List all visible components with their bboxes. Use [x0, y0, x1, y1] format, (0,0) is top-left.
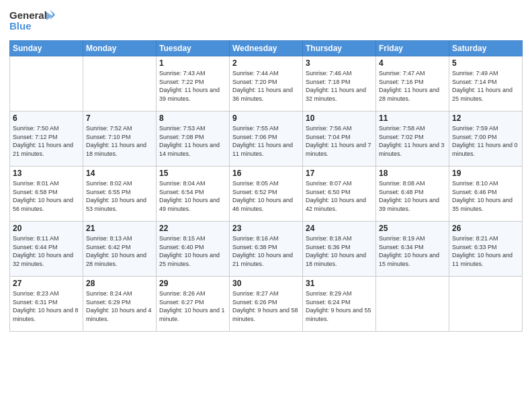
calendar-cell: 27Sunrise: 8:23 AMSunset: 6:31 PMDayligh…: [10, 277, 83, 332]
sunset-text: Sunset: 6:27 PM: [159, 298, 226, 307]
sunset-text: Sunset: 7:04 PM: [306, 133, 373, 142]
daylight-text: Daylight: 10 hours and 32 minutes.: [13, 251, 80, 268]
day-number: 24: [306, 224, 373, 233]
day-number: 1: [159, 58, 226, 68]
daylight-text: Daylight: 11 hours and 28 minutes.: [379, 86, 446, 103]
day-info: Sunrise: 8:19 AMSunset: 6:34 PMDaylight:…: [379, 234, 446, 268]
sunset-text: Sunset: 6:33 PM: [452, 243, 519, 252]
calendar-cell: 21Sunrise: 8:13 AMSunset: 6:42 PMDayligh…: [83, 222, 157, 277]
day-info: Sunrise: 8:10 AMSunset: 6:46 PMDaylight:…: [452, 179, 519, 213]
calendar-cell: 10Sunrise: 7:56 AMSunset: 7:04 PMDayligh…: [303, 111, 376, 167]
weekday-tuesday: Tuesday: [157, 41, 230, 56]
day-info: Sunrise: 8:29 AMSunset: 6:24 PMDaylight:…: [306, 289, 373, 323]
daylight-text: Daylight: 10 hours and 46 minutes.: [232, 196, 300, 213]
daylight-text: Daylight: 10 hours and 39 minutes.: [379, 196, 446, 213]
day-number: 12: [452, 113, 519, 123]
day-info: Sunrise: 8:26 AMSunset: 6:27 PMDaylight:…: [159, 289, 226, 323]
sunrise-text: Sunrise: 8:04 AM: [159, 179, 226, 188]
daylight-text: Daylight: 10 hours and 49 minutes.: [159, 196, 226, 213]
sunset-text: Sunset: 6:36 PM: [306, 243, 373, 252]
day-info: Sunrise: 8:21 AMSunset: 6:33 PMDaylight:…: [452, 234, 519, 268]
daylight-text: Daylight: 11 hours and 39 minutes.: [159, 86, 226, 103]
sunrise-text: Sunrise: 8:07 AM: [306, 179, 373, 188]
sunset-text: Sunset: 6:58 PM: [13, 188, 80, 197]
sunrise-text: Sunrise: 8:02 AM: [86, 179, 153, 188]
sunrise-text: Sunrise: 7:50 AM: [13, 124, 80, 133]
sunset-text: Sunset: 7:14 PM: [452, 78, 519, 87]
daylight-text: Daylight: 9 hours and 55 minutes.: [306, 306, 373, 323]
sunrise-text: Sunrise: 8:21 AM: [452, 234, 519, 243]
day-info: Sunrise: 8:01 AMSunset: 6:58 PMDaylight:…: [13, 179, 80, 213]
day-info: Sunrise: 7:53 AMSunset: 7:08 PMDaylight:…: [159, 124, 226, 158]
daylight-text: Daylight: 10 hours and 28 minutes.: [86, 251, 153, 268]
sunrise-text: Sunrise: 8:24 AM: [86, 289, 153, 298]
day-number: 3: [306, 58, 373, 68]
daylight-text: Daylight: 10 hours and 42 minutes.: [306, 196, 373, 213]
calendar-cell: 4Sunrise: 7:47 AMSunset: 7:16 PMDaylight…: [376, 56, 449, 111]
day-number: 29: [159, 279, 226, 288]
sunset-text: Sunset: 7:16 PM: [379, 78, 446, 87]
calendar-cell: 7Sunrise: 7:52 AMSunset: 7:10 PMDaylight…: [83, 111, 157, 167]
day-number: 11: [379, 113, 446, 123]
daylight-text: Daylight: 10 hours and 21 minutes.: [232, 251, 300, 268]
sunrise-text: Sunrise: 7:49 AM: [452, 69, 519, 78]
sunset-text: Sunset: 6:50 PM: [306, 188, 373, 197]
day-info: Sunrise: 8:23 AMSunset: 6:31 PMDaylight:…: [13, 289, 80, 323]
day-number: 28: [86, 279, 153, 288]
sunrise-text: Sunrise: 7:53 AM: [159, 124, 226, 133]
calendar-cell: 31Sunrise: 8:29 AMSunset: 6:24 PMDayligh…: [303, 277, 376, 332]
calendar-cell: 24Sunrise: 8:18 AMSunset: 6:36 PMDayligh…: [303, 222, 376, 277]
day-info: Sunrise: 7:59 AMSunset: 7:00 PMDaylight:…: [452, 124, 519, 158]
sunrise-text: Sunrise: 7:44 AM: [232, 69, 300, 78]
calendar-cell: 14Sunrise: 8:02 AMSunset: 6:55 PMDayligh…: [83, 167, 157, 222]
calendar-cell: 23Sunrise: 8:16 AMSunset: 6:38 PMDayligh…: [230, 222, 303, 277]
day-number: 17: [306, 169, 373, 178]
sunrise-text: Sunrise: 8:11 AM: [13, 234, 80, 243]
sunset-text: Sunset: 7:08 PM: [159, 133, 226, 142]
calendar-cell: 5Sunrise: 7:49 AMSunset: 7:14 PMDaylight…: [449, 56, 523, 111]
sunset-text: Sunset: 6:38 PM: [232, 243, 300, 252]
day-number: 10: [306, 113, 373, 123]
calendar-cell: 29Sunrise: 8:26 AMSunset: 6:27 PMDayligh…: [157, 277, 230, 332]
sunrise-text: Sunrise: 7:58 AM: [379, 124, 446, 133]
svg-text:General: General: [9, 9, 47, 21]
daylight-text: Daylight: 10 hours and 15 minutes.: [379, 251, 446, 268]
weekday-monday: Monday: [83, 41, 157, 56]
sunset-text: Sunset: 7:18 PM: [306, 78, 373, 87]
calendar-cell: 26Sunrise: 8:21 AMSunset: 6:33 PMDayligh…: [449, 222, 523, 277]
day-info: Sunrise: 7:44 AMSunset: 7:20 PMDaylight:…: [232, 69, 300, 103]
day-number: 9: [232, 113, 300, 123]
sunrise-text: Sunrise: 8:27 AM: [232, 289, 300, 298]
day-info: Sunrise: 8:16 AMSunset: 6:38 PMDaylight:…: [232, 234, 300, 268]
daylight-text: Daylight: 11 hours and 11 minutes.: [232, 141, 300, 158]
sunrise-text: Sunrise: 7:52 AM: [86, 124, 153, 133]
day-info: Sunrise: 7:46 AMSunset: 7:18 PMDaylight:…: [306, 69, 373, 103]
calendar-cell: 1Sunrise: 7:43 AMSunset: 7:22 PMDaylight…: [157, 56, 230, 111]
day-info: Sunrise: 8:02 AMSunset: 6:55 PMDaylight:…: [86, 179, 153, 213]
svg-text:Blue: Blue: [9, 20, 32, 32]
sunset-text: Sunset: 6:46 PM: [452, 188, 519, 197]
sunset-text: Sunset: 6:42 PM: [86, 243, 153, 252]
day-number: 5: [452, 58, 519, 68]
calendar-cell: 2Sunrise: 7:44 AMSunset: 7:20 PMDaylight…: [230, 56, 303, 111]
day-number: 25: [379, 224, 446, 233]
calendar-cell: 30Sunrise: 8:27 AMSunset: 6:26 PMDayligh…: [230, 277, 303, 332]
day-info: Sunrise: 7:52 AMSunset: 7:10 PMDaylight:…: [86, 124, 153, 158]
sunrise-text: Sunrise: 7:56 AM: [306, 124, 373, 133]
sunrise-text: Sunrise: 8:15 AM: [159, 234, 226, 243]
svg-marker-3: [46, 12, 53, 20]
day-info: Sunrise: 8:05 AMSunset: 6:52 PMDaylight:…: [232, 179, 300, 213]
weekday-wednesday: Wednesday: [230, 41, 303, 56]
sunset-text: Sunset: 7:10 PM: [86, 133, 153, 142]
day-number: 6: [13, 113, 80, 123]
calendar-cell: 20Sunrise: 8:11 AMSunset: 6:44 PMDayligh…: [10, 222, 83, 277]
daylight-text: Daylight: 11 hours and 14 minutes.: [159, 141, 226, 158]
day-number: 4: [379, 58, 446, 68]
day-number: 20: [13, 224, 80, 233]
week-row-3: 13Sunrise: 8:01 AMSunset: 6:58 PMDayligh…: [10, 167, 523, 222]
day-number: 16: [232, 169, 300, 178]
daylight-text: Daylight: 10 hours and 11 minutes.: [452, 251, 519, 268]
sunrise-text: Sunrise: 8:01 AM: [13, 179, 80, 188]
calendar-cell: 12Sunrise: 7:59 AMSunset: 7:00 PMDayligh…: [449, 111, 523, 167]
day-number: 7: [86, 113, 153, 123]
